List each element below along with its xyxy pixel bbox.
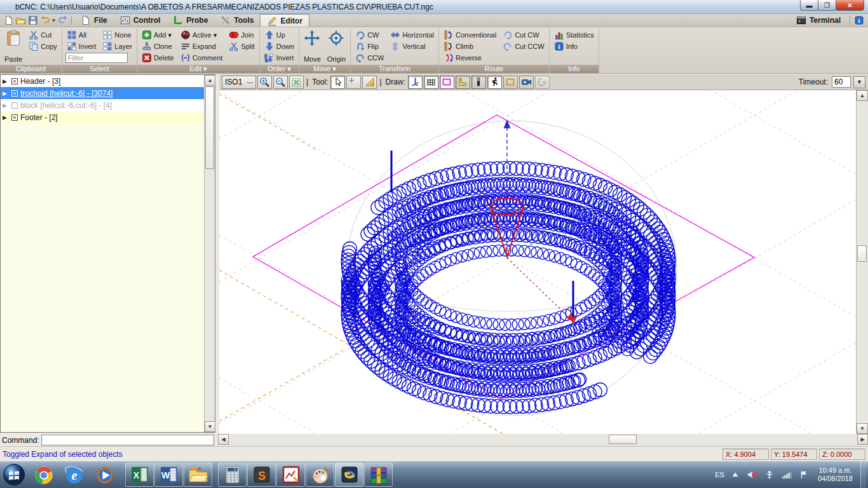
- scroll-left-icon[interactable]: ◀: [218, 434, 229, 445]
- expand-triangle-icon[interactable]: ▶: [3, 90, 9, 97]
- tree-item[interactable]: ▶block [helicut:-6,cut:-6] - [4]: [1, 99, 204, 111]
- checkbox-unchecked-icon[interactable]: [11, 102, 18, 109]
- volume-button[interactable]: [747, 469, 759, 481]
- cutccw-button[interactable]: Cut CCW: [501, 41, 545, 52]
- comment-button[interactable]: Comment: [179, 52, 224, 64]
- excel-taskbar-button[interactable]: X: [125, 463, 154, 487]
- scrollbar-thumb[interactable]: [609, 435, 637, 444]
- cut-button[interactable]: Cut: [27, 29, 58, 41]
- vertical-button[interactable]: Vertical: [389, 41, 435, 52]
- scroll-right-icon[interactable]: ▶: [857, 434, 868, 445]
- invert-button[interactable]: Invert: [263, 52, 295, 64]
- expand-button[interactable]: Expand: [179, 41, 224, 52]
- layer-button[interactable]: Layer: [101, 41, 133, 52]
- checkbox-checked-icon[interactable]: ×: [11, 114, 18, 121]
- tree-item[interactable]: ▶×trochoid [helicut:-6] - [3074]: [1, 87, 204, 99]
- view-select-dropdown[interactable]: ISO1: [222, 76, 256, 89]
- pointer-button[interactable]: [330, 76, 345, 89]
- invert-button[interactable]: Invert: [65, 41, 98, 52]
- sublime-taskbar-button[interactable]: S: [247, 463, 276, 487]
- flip-button[interactable]: Flip: [354, 41, 385, 52]
- down-button[interactable]: Down: [263, 41, 295, 52]
- gspiral-button[interactable]: [535, 76, 550, 89]
- calc-taskbar-button[interactable]: 0: [218, 463, 247, 487]
- new-file-button[interactable]: [3, 15, 15, 27]
- scroll-down-icon[interactable]: ▼: [205, 421, 215, 432]
- dropdown-caret-icon[interactable]: [51, 15, 57, 27]
- add-button[interactable]: Add ▾: [140, 29, 175, 41]
- horizontal-button[interactable]: Horizontal: [389, 29, 435, 41]
- zoomfit-button[interactable]: [289, 76, 304, 89]
- dropbox-tray-button[interactable]: [764, 469, 776, 481]
- timeout-input[interactable]: [832, 76, 851, 88]
- info-button[interactable]: iInfo: [553, 41, 595, 52]
- word-taskbar-button[interactable]: W: [154, 463, 183, 487]
- canvas-vertical-scrollbar[interactable]: ▲ ▼: [856, 90, 868, 434]
- tree-scrollbar[interactable]: ▲ ▼: [204, 75, 215, 432]
- action-center-button[interactable]: [798, 469, 810, 481]
- wmp-taskbar-button[interactable]: [90, 463, 119, 488]
- clock[interactable]: 10:49 a.m.04/08/2018: [818, 466, 853, 483]
- tab-probe[interactable]: Probe: [166, 14, 214, 27]
- filter-input[interactable]: [65, 53, 128, 63]
- copy-button[interactable]: Copy: [27, 41, 58, 52]
- margin-button[interactable]: [440, 76, 454, 89]
- axes-button[interactable]: [408, 76, 423, 89]
- open-file-button[interactable]: [15, 15, 27, 27]
- none-button[interactable]: None: [101, 29, 133, 41]
- conventional-button[interactable]: Conventional: [442, 29, 498, 41]
- climb-button[interactable]: Climb: [442, 41, 498, 52]
- scroll-up-icon[interactable]: ▲: [857, 90, 868, 101]
- zoomout-button[interactable]: [273, 76, 288, 89]
- cutcw-button[interactable]: Cut CW: [501, 29, 545, 41]
- timeout-dropdown-icon[interactable]: ▼: [853, 76, 865, 88]
- show-hidden-icons-button[interactable]: [729, 469, 742, 481]
- active-button[interactable]: Active ▾: [179, 29, 224, 41]
- split-button[interactable]: Split: [227, 41, 255, 52]
- join-button[interactable]: Join: [227, 29, 255, 41]
- scroll-up-icon[interactable]: ▲: [205, 75, 215, 86]
- reverse-button[interactable]: Reverse: [442, 52, 498, 64]
- tab-editor[interactable]: Editor: [260, 14, 309, 27]
- ie-taskbar-button[interactable]: e: [59, 463, 89, 488]
- move-button[interactable]: Move: [302, 29, 322, 64]
- chrome-taskbar-button[interactable]: [29, 463, 58, 488]
- all-button[interactable]: All: [65, 29, 98, 41]
- paste-button[interactable]: Paste: [3, 29, 24, 64]
- clone-button[interactable]: Clone: [140, 41, 175, 52]
- save-file-button[interactable]: [27, 15, 39, 27]
- maximize-button[interactable]: ❐: [818, 0, 836, 11]
- scrollbar-thumb[interactable]: [205, 86, 214, 169]
- tab-file[interactable]: File: [74, 14, 114, 27]
- expand-triangle-icon[interactable]: ▶: [3, 114, 9, 121]
- show-desktop-button[interactable]: [860, 461, 866, 488]
- tree-item[interactable]: ▶×Footer - [2]: [1, 111, 204, 123]
- redo-button[interactable]: [57, 15, 69, 27]
- movetool-button[interactable]: [346, 76, 361, 89]
- statistics-button[interactable]: Statistics: [553, 29, 595, 41]
- canvas-horizontal-scrollbar[interactable]: ◀ ▶: [218, 434, 868, 446]
- tree-item[interactable]: ▶×Header - [3]: [1, 75, 204, 87]
- about-info-button[interactable]: i: [853, 15, 865, 27]
- tab-terminal[interactable]: Terminal: [790, 14, 847, 27]
- start-button[interactable]: [0, 461, 28, 488]
- runman-button[interactable]: [487, 76, 502, 89]
- cw-button[interactable]: CW: [354, 29, 385, 41]
- protractor-button[interactable]: [362, 76, 377, 89]
- grid-button[interactable]: [424, 76, 438, 89]
- scroll-down-icon[interactable]: ▼: [857, 423, 868, 434]
- ruler-button[interactable]: [456, 76, 470, 89]
- expand-triangle-icon[interactable]: ▶: [3, 102, 9, 109]
- ccw-button[interactable]: CCW: [354, 52, 385, 64]
- explorer-taskbar-button[interactable]: [184, 463, 212, 487]
- scrollbar-thumb[interactable]: [857, 245, 867, 262]
- tab-tools[interactable]: Tools: [214, 14, 260, 27]
- origin-button[interactable]: Origin: [326, 29, 347, 64]
- minimize-button[interactable]: ▬: [800, 0, 818, 11]
- language-indicator[interactable]: ES: [715, 471, 724, 478]
- camera-button[interactable]: [519, 76, 534, 89]
- undo-button[interactable]: [39, 15, 51, 27]
- checkbox-checked-icon[interactable]: ×: [11, 90, 18, 97]
- winrar-taskbar-button[interactable]: [364, 463, 393, 487]
- paint-taskbar-button[interactable]: [306, 463, 334, 487]
